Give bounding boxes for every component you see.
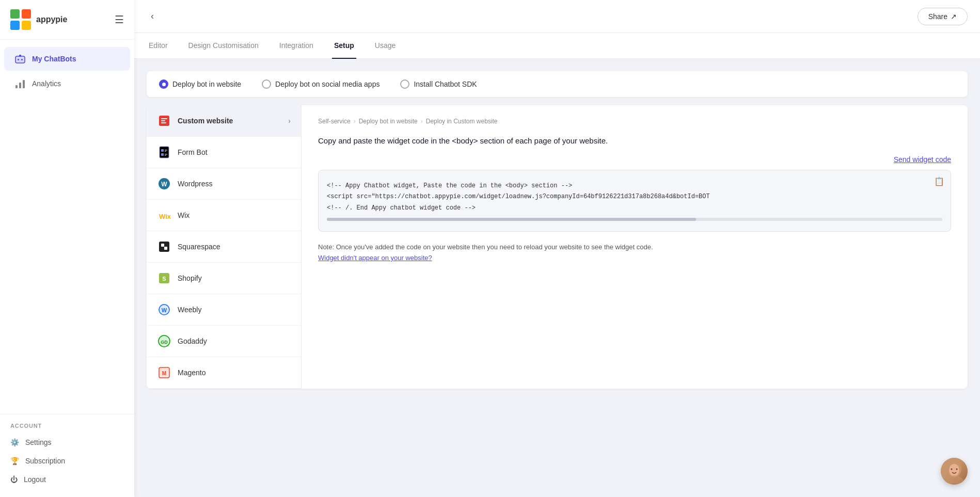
- breadcrumb-part2: Deploy bot in website: [359, 118, 418, 125]
- platform-wordpress[interactable]: W Wordpress: [147, 168, 301, 200]
- radio-social-label: Deploy bot on social media apps: [275, 80, 380, 88]
- svg-rect-30: [164, 247, 167, 250]
- svg-text:GD: GD: [161, 340, 168, 345]
- code-scrollbar-thumb: [327, 218, 696, 221]
- platform-godaddy[interactable]: GD Godaddy: [147, 326, 301, 357]
- svg-rect-4: [15, 56, 25, 63]
- svg-rect-15: [161, 120, 165, 121]
- code-scrollbar[interactable]: [327, 218, 942, 221]
- chevron-right-icon: ›: [288, 117, 291, 125]
- squarespace-label: Squarespace: [178, 243, 220, 251]
- svg-point-7: [21, 59, 23, 60]
- chat-avatar[interactable]: [941, 458, 968, 485]
- platform-magento[interactable]: M Magento: [147, 357, 301, 389]
- sidebar: appypie ☰ My ChatBots: [0, 0, 134, 497]
- platform-formbot[interactable]: Form Bot: [147, 137, 301, 168]
- breadcrumb-sep1: ›: [354, 118, 356, 125]
- sidebar-item-logout[interactable]: ⏻ Logout: [10, 470, 124, 489]
- radio-row: Deploy bot in website Deploy bot on soci…: [147, 71, 968, 97]
- radio-sdk-label: Install Chatbot SDK: [414, 80, 477, 88]
- squarespace-icon: [157, 239, 171, 254]
- account-section-label: Account: [10, 423, 124, 429]
- platform-weebly[interactable]: W Weebly: [147, 294, 301, 326]
- sidebar-item-subscription[interactable]: 🏆 Subscription: [10, 452, 124, 470]
- magento-icon: M: [157, 365, 171, 380]
- tab-design[interactable]: Design Customisation: [186, 33, 261, 59]
- hamburger-menu[interactable]: ☰: [115, 13, 124, 26]
- right-panel: Self-service › Deploy bot in website › D…: [302, 105, 968, 389]
- svg-point-46: [956, 469, 958, 470]
- tab-integration[interactable]: Integration: [277, 33, 315, 59]
- radio-sdk[interactable]: Install Chatbot SDK: [400, 79, 477, 89]
- copy-icon[interactable]: 📋: [934, 177, 944, 186]
- code-line1: <!-- Appy Chatbot widget, Paste the code…: [327, 181, 942, 192]
- breadcrumb: Self-service › Deploy bot in website › D…: [318, 118, 951, 125]
- formbot-icon: [157, 145, 171, 159]
- widget-help-link[interactable]: Widget didn't appear on your website?: [318, 254, 432, 262]
- chatbots-label: My ChatBots: [32, 55, 76, 63]
- radio-social[interactable]: Deploy bot on social media apps: [262, 79, 380, 89]
- custom-website-label: Custom website: [178, 117, 233, 125]
- svg-rect-1: [22, 9, 31, 19]
- subscription-label: Subscription: [25, 457, 65, 465]
- code-line2: <script src="https://chatbot.appypie.com…: [327, 191, 942, 203]
- sidebar-item-analytics[interactable]: Analytics: [4, 72, 130, 95]
- svg-rect-16: [161, 122, 166, 123]
- tab-usage[interactable]: Usage: [373, 33, 398, 59]
- deploy-section: Deploy bot in website Deploy bot on soci…: [134, 59, 980, 497]
- analytics-icon: [14, 78, 26, 89]
- code-box: 📋 <!-- Appy Chatbot widget, Paste the co…: [318, 170, 951, 232]
- sidebar-nav: My ChatBots Analytics: [0, 40, 134, 414]
- svg-rect-14: [161, 118, 167, 119]
- code-content: <!-- Appy Chatbot widget, Paste the code…: [327, 181, 942, 214]
- svg-point-43: [949, 464, 959, 476]
- godaddy-icon: GD: [157, 334, 171, 348]
- sidebar-item-chatbots[interactable]: My ChatBots: [4, 47, 130, 71]
- platform-shopify[interactable]: S Shopify: [147, 263, 301, 294]
- share-icon: ↗: [951, 12, 957, 21]
- breadcrumb-sep2: ›: [421, 118, 423, 125]
- platform-squarespace[interactable]: Squarespace: [147, 231, 301, 263]
- shopify-label: Shopify: [178, 274, 202, 282]
- platform-custom-website[interactable]: Custom website ›: [147, 105, 301, 137]
- wix-icon: Wix: [157, 208, 171, 222]
- svg-point-45: [951, 469, 953, 470]
- svg-rect-19: [161, 149, 164, 152]
- svg-point-6: [18, 59, 19, 60]
- svg-rect-11: [19, 83, 21, 88]
- radio-sdk-circle: [400, 79, 409, 89]
- tab-setup[interactable]: Setup: [332, 33, 356, 59]
- wix-label: Wix: [178, 211, 189, 219]
- header: ‹ Share ↗: [134, 0, 980, 33]
- platform-wix[interactable]: Wix Wix: [147, 200, 301, 231]
- weebly-icon: W: [157, 302, 171, 317]
- share-button[interactable]: Share ↗: [918, 8, 968, 25]
- chat-avatar-image: [941, 458, 968, 485]
- svg-text:W: W: [161, 181, 167, 188]
- svg-rect-20: [165, 150, 167, 151]
- tab-editor[interactable]: Editor: [147, 33, 170, 59]
- note-text: Note: Once you've added the code on your…: [318, 242, 951, 264]
- custom-website-icon: [157, 114, 171, 128]
- tabs-bar: Editor Design Customisation Integration …: [134, 33, 980, 59]
- back-button[interactable]: ‹: [147, 9, 158, 24]
- svg-rect-24: [165, 155, 166, 156]
- breadcrumb-part1: Self-service: [318, 118, 351, 125]
- breadcrumb-part3: Deploy in Custom website: [426, 118, 498, 125]
- share-label: Share: [928, 12, 947, 21]
- sidebar-header: appypie ☰: [0, 0, 134, 40]
- svg-rect-18: [160, 147, 169, 158]
- svg-rect-3: [22, 21, 31, 30]
- svg-rect-2: [10, 21, 20, 30]
- svg-text:W: W: [162, 307, 167, 313]
- sidebar-item-settings[interactable]: ⚙️ Settings: [10, 433, 124, 452]
- send-widget-code-link[interactable]: Send widget code: [318, 155, 951, 164]
- radio-website[interactable]: Deploy bot in website: [159, 79, 241, 89]
- radio-website-circle: [159, 79, 168, 89]
- svg-text:S: S: [162, 276, 166, 282]
- svg-rect-29: [161, 244, 164, 247]
- left-panel: Custom website ›: [147, 105, 302, 389]
- svg-rect-12: [23, 80, 25, 88]
- settings-label: Settings: [25, 438, 52, 446]
- radio-website-label: Deploy bot in website: [172, 80, 241, 88]
